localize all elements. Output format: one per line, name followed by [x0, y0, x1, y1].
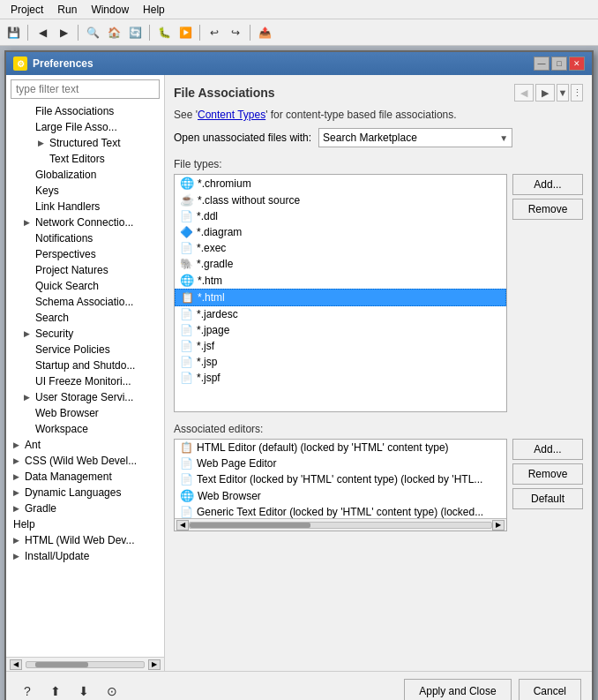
nav-forward-button[interactable]: ▶: [535, 84, 555, 102]
maximize-button[interactable]: □: [551, 56, 567, 71]
assoc-scroll-right[interactable]: ▶: [492, 520, 505, 531]
tree-item[interactable]: Web Browser: [6, 405, 164, 421]
file-type-item[interactable]: ☕*.class without source: [175, 192, 506, 208]
tree-item[interactable]: Globalization: [6, 167, 164, 183]
file-types-scroll[interactable]: 🌐*.chromium☕*.class without source📄*.ddl…: [175, 175, 506, 411]
file-type-item[interactable]: 📄*.ddl: [175, 208, 506, 224]
toolbar-home[interactable]: 🏠: [104, 23, 123, 42]
tree-item[interactable]: ▶CSS (Wild Web Devel...: [6, 453, 164, 469]
tree-item[interactable]: Service Policies: [6, 342, 164, 358]
file-type-item[interactable]: 📄*.exec: [175, 240, 506, 256]
file-types-remove-button[interactable]: Remove: [512, 199, 583, 220]
cancel-button[interactable]: Cancel: [519, 679, 581, 700]
toolbar-search[interactable]: 🔍: [83, 23, 102, 42]
toolbar-run[interactable]: ▶️: [176, 23, 195, 42]
tree-item[interactable]: ▶Install/Update: [6, 548, 164, 564]
assoc-scroll-track[interactable]: [189, 522, 492, 529]
file-type-item[interactable]: 📄*.jpage: [175, 322, 506, 338]
toolbar-refresh[interactable]: 🔄: [125, 23, 145, 42]
toolbar: 💾 ◀ ▶ 🔍 🏠 🔄 🐛 ▶️ ↩ ↪ 📤: [0, 19, 598, 46]
menu-help[interactable]: Help: [136, 2, 172, 18]
menu-window[interactable]: Window: [84, 2, 136, 18]
assoc-scroll-left[interactable]: ◀: [176, 520, 189, 531]
file-type-item[interactable]: 📄*.jardesc: [175, 306, 506, 322]
tree-item[interactable]: Perspectives: [6, 246, 164, 262]
tree-item[interactable]: Keys: [6, 183, 164, 199]
file-type-label: *.jsp: [197, 356, 217, 368]
tree-item[interactable]: Large File Asso...: [6, 119, 164, 135]
file-type-item[interactable]: 📄*.jsf: [175, 338, 506, 354]
menu-project[interactable]: Project: [4, 2, 50, 18]
scroll-right-btn[interactable]: ▶: [148, 659, 161, 670]
nav-menu-button[interactable]: ▼: [557, 84, 569, 102]
file-type-icon: 📄: [180, 242, 193, 254]
editor-item[interactable]: 📋HTML Editor (default) (locked by 'HTML'…: [175, 440, 506, 455]
tree-item[interactable]: Notifications: [6, 230, 164, 246]
menu-run[interactable]: Run: [50, 2, 84, 18]
toolbar-undo[interactable]: ↩: [205, 23, 224, 42]
editor-item[interactable]: 📄Text Editor (locked by 'HTML' content t…: [175, 471, 506, 487]
tree-item[interactable]: ▶Security: [6, 326, 164, 342]
editor-item[interactable]: 📄Web Page Editor: [175, 455, 506, 471]
associated-editors-scroll[interactable]: 📋HTML Editor (default) (locked by 'HTML'…: [175, 440, 506, 518]
tree-item[interactable]: ▶User Storage Servi...: [6, 389, 164, 405]
tree-item[interactable]: ▶Network Connectio...: [6, 215, 164, 230]
file-type-label: *.class without source: [198, 194, 300, 207]
tree-item[interactable]: ▶Data Management: [6, 469, 164, 485]
toolbar-back[interactable]: ◀: [33, 23, 52, 42]
file-type-item[interactable]: 🌐*.htm: [175, 272, 506, 289]
tree-item[interactable]: Project Natures: [6, 262, 164, 278]
editors-remove-button[interactable]: Remove: [512, 463, 583, 485]
editor-item[interactable]: 🌐Web Browser: [175, 487, 506, 504]
nav-buttons: ◀ ▶ ▼ ⋮: [514, 84, 583, 102]
import-button[interactable]: ⬆: [45, 681, 66, 700]
export-button[interactable]: ⬇: [73, 681, 94, 700]
file-type-item[interactable]: 🔷*.diagram: [175, 224, 506, 240]
help-icon-button[interactable]: ?: [17, 681, 38, 700]
tree-item[interactable]: UI Freeze Monitori...: [6, 373, 164, 389]
tree-item[interactable]: Quick Search: [6, 278, 164, 294]
tree-item[interactable]: Search: [6, 310, 164, 326]
toolbar-fwd[interactable]: ▶: [54, 23, 73, 42]
tree-item-label: Link Handlers: [35, 200, 100, 213]
nav-back-button[interactable]: ◀: [514, 84, 534, 102]
tree-item[interactable]: ▶Gradle: [6, 501, 164, 516]
tree-item[interactable]: ▶Dynamic Languages: [6, 485, 164, 501]
tree-item[interactable]: Text Editors: [6, 151, 164, 167]
open-with-dropdown[interactable]: Search Marketplace ▼: [318, 128, 512, 147]
content-types-link[interactable]: Content Types: [198, 109, 265, 121]
tree-item[interactable]: ▶HTML (Wild Web Dev...: [6, 532, 164, 548]
tree-item[interactable]: Startup and Shutdo...: [6, 358, 164, 373]
tree-item-label: HTML (Wild Web Dev...: [25, 534, 134, 546]
file-type-icon: 📄: [180, 324, 193, 336]
tree-item[interactable]: ▶Ant: [6, 437, 164, 453]
tree-item[interactable]: Schema Associatio...: [6, 294, 164, 310]
file-type-item[interactable]: 🐘*.gradle: [175, 256, 506, 272]
editor-label: Generic Text Editor (locked by 'HTML' co…: [197, 506, 483, 518]
file-type-item[interactable]: 🌐*.chromium: [175, 175, 506, 192]
toolbar-export[interactable]: 📤: [255, 23, 274, 42]
file-types-add-button[interactable]: Add...: [512, 174, 583, 195]
restore-defaults-button[interactable]: ⊙: [101, 681, 123, 700]
filter-input[interactable]: [11, 79, 160, 99]
tree-item[interactable]: Link Handlers: [6, 199, 164, 215]
apply-close-button[interactable]: Apply and Close: [404, 679, 511, 700]
toolbar-save[interactable]: 💾: [4, 23, 23, 42]
editors-default-button[interactable]: Default: [512, 488, 583, 509]
tree-item[interactable]: Workspace: [6, 421, 164, 437]
tree-item[interactable]: File Associations: [6, 103, 164, 119]
file-type-item[interactable]: 📋*.html: [175, 289, 506, 306]
tree-item[interactable]: Help: [6, 516, 164, 532]
file-type-item[interactable]: 📄*.jspf: [175, 370, 506, 386]
tree-item[interactable]: ▶Structured Text: [6, 135, 164, 151]
minimize-button[interactable]: —: [534, 56, 549, 71]
toolbar-debug[interactable]: 🐛: [154, 23, 174, 42]
file-type-item[interactable]: 📄*.jsp: [175, 354, 506, 370]
close-button[interactable]: ✕: [569, 56, 585, 71]
scroll-track[interactable]: [26, 661, 145, 668]
scroll-left-btn[interactable]: ◀: [10, 659, 22, 670]
editor-item[interactable]: 📄Generic Text Editor (locked by 'HTML' c…: [175, 504, 506, 518]
toolbar-redo[interactable]: ↪: [226, 23, 245, 42]
nav-more-button[interactable]: ⋮: [571, 84, 583, 102]
editors-add-button[interactable]: Add...: [512, 439, 583, 460]
